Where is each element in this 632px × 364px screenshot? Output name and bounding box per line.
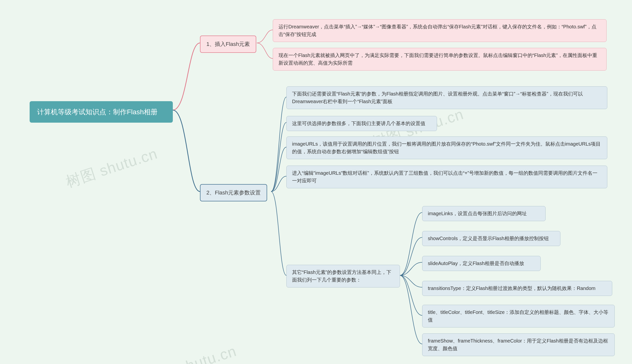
param-node[interactable]: title、titleColor、titleFont、titleSize：添加自… [422,305,615,328]
watermark: 树图 shutu.cn [64,144,160,192]
leaf-text: 进入“编辑"imageURLs"数组对话框”，系统默认内置了三组数值，我们可以点… [292,169,602,184]
param-node[interactable]: showControls，定义是否显示Flash相册的播放控制按钮 [422,231,560,246]
leaf-node[interactable]: 运行Dreamweaver，点击菜单“插入”→“媒体”→“图像查看器”，系统会自… [273,19,606,42]
param-text: transitionsType：定义Flash相册过渡效果的类型，默认为随机效果… [428,284,595,292]
leaf-text: 运行Dreamweaver，点击菜单“插入”→“媒体”→“图像查看器”，系统会自… [278,23,601,38]
leaf-node[interactable]: imageURLs，该值用于设置调用的图片位置，我们一般将调用的图片放在同保存的… [286,136,607,159]
leaf-text: 这里可供选择的参数很多，下面我们主要讲几个基本的设置值 [292,120,425,127]
mindmap-root[interactable]: 计算机等级考试知识点：制作Flash相册 [30,101,173,123]
leaf-text: 现在一个Flash元素就被插入网页中了，为满足实际需要，下面我们需要进行简单的参… [278,52,601,67]
leaf-node[interactable]: 这里可供选择的参数很多，下面我们主要讲几个基本的设置值 [286,116,437,131]
param-node[interactable]: frameShow、frameThickness、frameColor：用于定义… [422,334,615,356]
param-group-node[interactable]: 其它“Flash元素”的参数设置方法基本同上，下面我们列一下几个重要的参数： [286,265,400,288]
watermark: 树图 shutu.cn [143,341,239,364]
leaf-node[interactable]: 下面我们还需要设置“Flash元素”的参数，为Flash相册指定调用的图片、设置… [286,86,607,109]
leaf-node[interactable]: 现在一个Flash元素就被插入网页中了，为满足实际需要，下面我们需要进行简单的参… [273,48,606,70]
param-node[interactable]: transitionsType：定义Flash相册过渡效果的类型，默认为随机效果… [422,281,612,296]
branch-insert-flash[interactable]: 1、插入Flash元素 [200,36,256,53]
root-title: 计算机等级考试知识点：制作Flash相册 [37,106,158,117]
param-node[interactable]: slideAutoPlay，定义Flash相册是否自动播放 [422,256,541,271]
branch1-title: 1、插入Flash元素 [206,40,250,48]
param-text: imageLinks，设置点击每张图片后访问的网址 [428,210,527,218]
param-text: slideAutoPlay，定义Flash相册是否自动播放 [428,260,524,267]
branch-flash-params[interactable]: 2、Flash元素参数设置 [200,184,267,201]
param-group-title: 其它“Flash元素”的参数设置方法基本同上，下面我们列一下几个重要的参数： [292,268,394,284]
leaf-text: 下面我们还需要设置“Flash元素”的参数，为Flash相册指定调用的图片、设置… [292,90,602,105]
param-text: title、titleColor、titleFont、titleSize：添加自… [428,308,609,324]
branch2-title: 2、Flash元素参数设置 [206,188,261,197]
leaf-node[interactable]: 进入“编辑"imageURLs"数组对话框”，系统默认内置了三组数值，我们可以点… [286,166,607,188]
param-text: frameShow、frameThickness、frameColor：用于定义… [428,337,609,352]
param-node[interactable]: imageLinks，设置点击每张图片后访问的网址 [422,206,546,221]
leaf-text: imageURLs，该值用于设置调用的图片位置，我们一般将调用的图片放在同保存的… [292,140,602,156]
param-text: showControls，定义是否显示Flash相册的播放控制按钮 [428,235,549,242]
